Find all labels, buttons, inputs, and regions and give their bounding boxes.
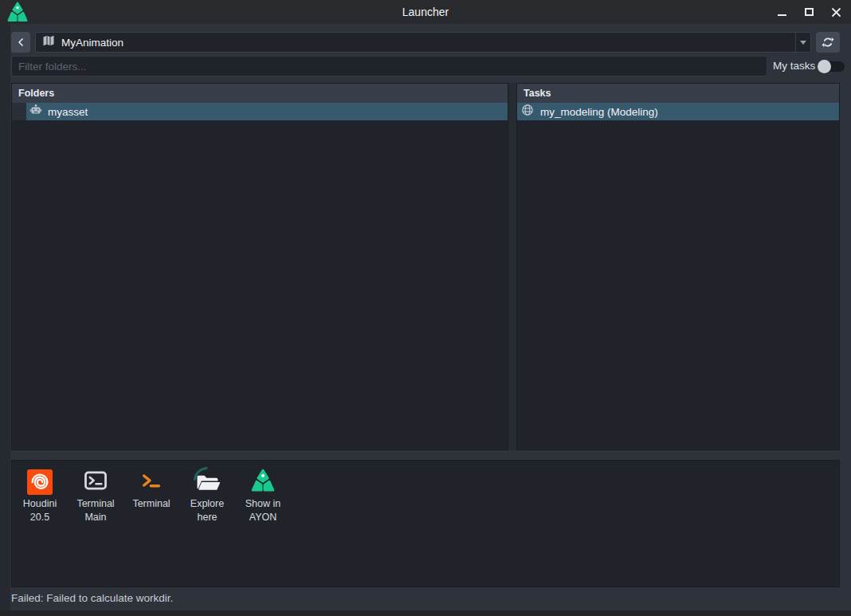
folders-header: Folders: [12, 84, 508, 103]
maximize-button[interactable]: [798, 2, 819, 22]
launcher-window: { "titlebar": { "title": "Launcher" }, "…: [0, 0, 851, 616]
filter-folders-input[interactable]: [11, 56, 767, 77]
ayon-logo-icon: [250, 469, 276, 496]
action-label-line1: Show in: [245, 497, 280, 511]
houdini-icon: [27, 469, 53, 495]
close-icon: [831, 7, 841, 18]
chevron-down-icon: [800, 41, 806, 45]
refresh-icon: [822, 36, 834, 49]
window-bottom-edge: [0, 610, 851, 616]
back-button[interactable]: [11, 32, 30, 53]
minimize-icon: [778, 14, 786, 16]
window-title: Launcher: [0, 0, 851, 24]
action-label-line1: Terminal: [76, 497, 114, 511]
maximize-icon: [805, 8, 814, 16]
project-dropdown-arrow[interactable]: [795, 33, 810, 52]
terminal-prompt-icon: [139, 468, 164, 496]
task-row-my-modeling[interactable]: my_modeling (Modeling): [517, 103, 839, 120]
folders-panel: Folders myasset: [11, 83, 508, 450]
action-label-line2: here: [197, 511, 217, 524]
tasks-panel: Tasks my_modeling (Modeling): [516, 83, 840, 450]
folder-row-myasset[interactable]: myasset: [12, 103, 508, 120]
action-label-line2: 20.5: [30, 511, 49, 524]
panel-splitter[interactable]: [508, 83, 516, 450]
my-tasks-toggle[interactable]: [819, 61, 845, 72]
robot-icon: [29, 104, 42, 120]
task-label: my_modeling (Modeling): [540, 106, 658, 118]
action-label-line1: Houdini: [23, 497, 57, 511]
action-explore-here[interactable]: Explore here: [179, 467, 235, 524]
refresh-button[interactable]: [816, 32, 840, 53]
tree-branch-indent[interactable]: [12, 103, 26, 120]
action-label-line1: Terminal: [132, 497, 170, 511]
toggle-knob: [818, 60, 831, 73]
chevron-left-icon: [16, 37, 25, 48]
project-value: MyAnimation: [61, 37, 124, 49]
my-tasks-label: My tasks: [773, 60, 815, 72]
tasks-header: Tasks: [517, 84, 839, 103]
terminal-app-icon: [83, 468, 108, 496]
action-label-line1: Explore: [190, 497, 224, 511]
action-label-line2: AYON: [249, 511, 277, 524]
close-button[interactable]: [826, 2, 846, 22]
actions-panel: Houdini 20.5 Terminal Main: [11, 460, 840, 587]
titlebar: Launcher: [0, 0, 851, 24]
map-icon: [42, 34, 55, 50]
action-show-in-ayon[interactable]: Show in AYON: [235, 467, 291, 524]
folder-label: myasset: [48, 106, 88, 118]
action-terminal-main[interactable]: Terminal Main: [68, 467, 124, 524]
explore-folder-icon: [193, 466, 222, 498]
action-terminal[interactable]: Terminal: [124, 467, 179, 524]
window-left-edge: [0, 24, 10, 610]
action-label-line2: Main: [84, 511, 106, 524]
minimize-button[interactable]: [771, 2, 792, 22]
project-combobox[interactable]: MyAnimation: [35, 32, 811, 53]
status-message: Failed: Failed to calculate workdir.: [11, 592, 173, 604]
globe-icon: [521, 104, 534, 120]
action-houdini[interactable]: Houdini 20.5: [12, 467, 68, 524]
